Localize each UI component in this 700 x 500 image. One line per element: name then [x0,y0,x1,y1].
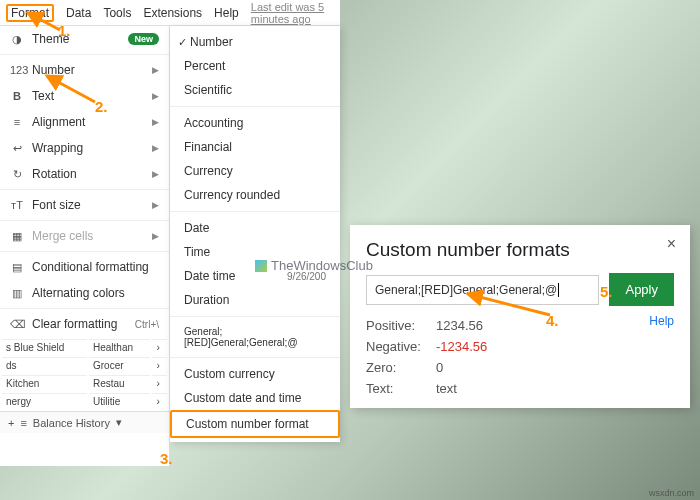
sheet-tab[interactable]: Balance History [33,417,110,429]
watermark: TheWindowsClub [255,258,373,273]
preview-grid: Positive:1234.56 Negative:-1234.56 Zero:… [366,318,487,396]
positive-label: Positive: [366,318,436,333]
number-icon: 123 [10,64,24,76]
alternating-label: Alternating colors [32,286,125,300]
menu-data[interactable]: Data [66,6,91,20]
sm-date[interactable]: Date [170,216,340,240]
chevron-right-icon: ▶ [152,117,159,127]
apply-button[interactable]: Apply [609,273,674,306]
new-badge: New [128,33,159,45]
alternating-icon: ▥ [10,287,24,300]
fontsize-label: Font size [32,198,81,212]
sm-financial[interactable]: Financial [170,135,340,159]
menu-tools[interactable]: Tools [103,6,131,20]
merge-row[interactable]: ▦Merge cells ▶ [0,223,169,249]
bold-icon: B [10,90,24,102]
table-row: dsGrocer› [2,357,167,373]
sm-number[interactable]: Number [170,30,340,54]
text-label: Text: [366,381,436,396]
rotation-icon: ↻ [10,168,24,181]
watermark-logo-icon [255,260,267,272]
last-edit-link[interactable]: Last edit was 5 minutes ago [251,1,334,25]
chevron-right-icon: ▶ [152,143,159,153]
zero-value: 0 [436,360,487,375]
help-link[interactable]: Help [649,314,674,328]
clear-label: Clear formatting [32,317,117,331]
clear-icon: ⌫ [10,318,24,331]
format-input[interactable]: General;[RED]General;General;@ [366,275,599,305]
rotation-row[interactable]: ↻Rotation ▶ [0,161,169,187]
sm-recent-format[interactable]: General;[RED]General;General;@ [170,321,340,353]
number-submenu: Number Percent Scientific Accounting Fin… [170,26,340,442]
chevron-right-icon: ▶ [152,91,159,101]
sheet-tab-caret[interactable]: ▾ [116,416,122,429]
chevron-right-icon: ▶ [152,200,159,210]
menu-format[interactable]: Format [6,4,54,22]
negative-value: -1234.56 [436,339,487,354]
alignment-row[interactable]: ≡Alignment ▶ [0,109,169,135]
sm-currency-rounded[interactable]: Currency rounded [170,183,340,207]
conditional-label: Conditional formatting [32,260,149,274]
chevron-right-icon: ▶ [152,169,159,179]
theme-icon: ◑ [10,33,24,46]
menu-help[interactable]: Help [214,6,239,20]
wrap-icon: ↩ [10,142,24,155]
add-sheet-button[interactable]: + [8,417,14,429]
sheet-tabbar: + ≡ Balance History ▾ [0,411,169,433]
number-label: Number [32,63,75,77]
theme-row[interactable]: ◑Theme New [0,26,169,52]
table-row: s Blue ShieldHealthan› [2,339,167,355]
alignment-label: Alignment [32,115,85,129]
text-value: text [436,381,487,396]
custom-number-dialog: Custom number formats × General;[RED]Gen… [350,225,690,408]
align-icon: ≡ [10,116,24,128]
credit: wsxdn.com [649,488,694,498]
theme-label: Theme [32,32,69,46]
chevron-right-icon: ▶ [152,65,159,75]
clear-shortcut: Ctrl+\ [135,319,159,330]
positive-value: 1234.56 [436,318,487,333]
format-panel: ◑Theme New 123Number ▶ BText ▶ ≡Alignmen… [0,26,170,466]
alternating-row[interactable]: ▥Alternating colors [0,280,169,306]
sm-scientific[interactable]: Scientific [170,78,340,102]
table-row: KitchenRestau› [2,375,167,391]
number-row[interactable]: 123Number ▶ [0,57,169,83]
sm-custom-datetime[interactable]: Custom date and time [170,386,340,410]
sm-accounting[interactable]: Accounting [170,111,340,135]
sheet-preview: s Blue ShieldHealthan› dsGrocer› Kitchen… [0,337,169,411]
sm-custom-currency[interactable]: Custom currency [170,362,340,386]
fontsize-row[interactable]: тTFont size ▶ [0,192,169,218]
wrapping-label: Wrapping [32,141,83,155]
zero-label: Zero: [366,360,436,375]
conditional-icon: ▤ [10,261,24,274]
chevron-right-icon: ▶ [152,231,159,241]
sm-currency[interactable]: Currency [170,159,340,183]
dialog-title: Custom number formats [366,239,674,261]
all-sheets-button[interactable]: ≡ [20,417,26,429]
negative-label: Negative: [366,339,436,354]
conditional-row[interactable]: ▤Conditional formatting [0,254,169,280]
menubar: Format Data Tools Extensions Help Last e… [0,0,340,26]
sm-duration[interactable]: Duration [170,288,340,312]
close-button[interactable]: × [667,235,676,253]
text-row[interactable]: BText ▶ [0,83,169,109]
wrapping-row[interactable]: ↩Wrapping ▶ [0,135,169,161]
rotation-label: Rotation [32,167,77,181]
sm-custom-number[interactable]: Custom number format [170,410,340,438]
merge-icon: ▦ [10,230,24,243]
merge-label: Merge cells [32,229,93,243]
sm-percent[interactable]: Percent [170,54,340,78]
text-label: Text [32,89,54,103]
fontsize-icon: тT [10,199,24,211]
menu-extensions[interactable]: Extensions [143,6,202,20]
table-row: nergyUtilitie› [2,393,167,409]
clear-row[interactable]: ⌫Clear formatting Ctrl+\ [0,311,169,337]
